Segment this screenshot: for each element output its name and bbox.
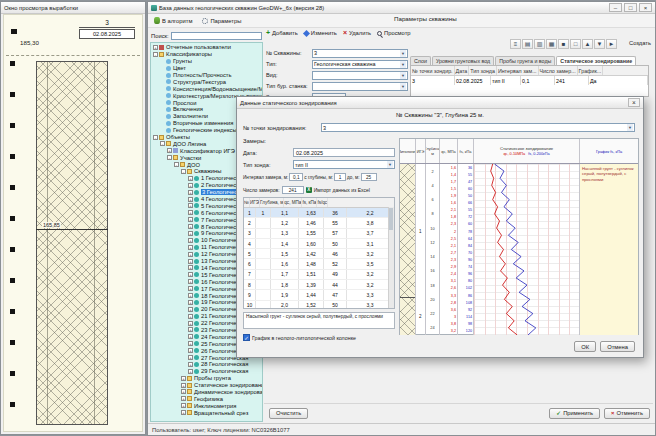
clear-button[interactable]: Очистить	[269, 408, 308, 419]
close-button[interactable]: ×	[639, 3, 652, 12]
well-type-combo[interactable]: Геологическая скважина ▼	[312, 60, 408, 69]
tree-expander[interactable]: +	[181, 389, 186, 394]
tree-expander[interactable]: +	[188, 327, 193, 332]
tree-expander[interactable]: -	[160, 141, 165, 146]
tree-item[interactable]: Консистенция/Водонасыщение/Мерзлотные	[151, 85, 262, 92]
tree-item[interactable]: Грунты	[151, 58, 262, 65]
view-button[interactable]: Просмотр	[377, 30, 410, 36]
well-data-tab[interactable]: Пробы грунта и воды	[495, 56, 555, 65]
tree-expander[interactable]: +	[188, 355, 193, 360]
well-data-tab[interactable]: Статическое зондирование	[556, 56, 636, 65]
tree-expander[interactable]: +	[188, 314, 193, 319]
measurement-row[interactable]: 1 1 1,1 1,63 36 2,2	[244, 208, 394, 218]
tree-expander[interactable]: +	[188, 203, 193, 208]
delete-button[interactable]: × Удалить	[343, 30, 371, 36]
measurement-row[interactable]: 10 2,0 1,52 50 3,3	[244, 301, 394, 309]
panel-toolbar-icon[interactable]: ■	[558, 39, 569, 49]
well-data-tab[interactable]: Уровни грунтовых вод	[432, 56, 494, 65]
tree-expander[interactable]: +	[188, 369, 193, 374]
tree-expander[interactable]: +	[181, 403, 186, 408]
tree-item[interactable]: - Классификаторы	[151, 51, 262, 58]
cancel-button[interactable]: × Отменить	[604, 408, 650, 419]
panel-toolbar-icon[interactable]: ▦	[546, 39, 557, 49]
tree-item[interactable]: + 29 Геологическая	[151, 368, 262, 375]
tree-item[interactable]: + Динамическое зондирование	[151, 389, 262, 396]
borehole-window-titlebar[interactable]: Окно просмотра выработки	[1, 2, 145, 14]
dialog-close-button[interactable]: ×	[628, 98, 640, 107]
tree-item[interactable]: + 28 Геологическая	[151, 361, 262, 368]
tree-item[interactable]: + Пробы грунта	[151, 375, 262, 382]
ok-button[interactable]: ОК	[574, 341, 596, 352]
measurement-row[interactable]: 3 1,3 1,55 57 3,7	[244, 229, 394, 239]
tree-expander[interactable]: +	[188, 245, 193, 250]
tree-item[interactable]: Структура/Текстура	[151, 78, 262, 85]
tree-expander[interactable]: +	[181, 410, 186, 415]
tree-item[interactable]: Цвет	[151, 65, 262, 72]
tree-expander[interactable]: +	[167, 148, 172, 153]
minimize-button[interactable]: –	[609, 3, 622, 12]
tree-expander[interactable]: +	[188, 321, 193, 326]
tree-expander[interactable]: +	[188, 238, 193, 243]
maximize-button[interactable]: □	[624, 3, 637, 12]
tree-item[interactable]: + Геофизика	[151, 395, 262, 402]
measurement-row[interactable]: 8 1,8 1,39 44 3,2	[244, 280, 394, 290]
tree-expander[interactable]: -	[181, 169, 186, 174]
tree-expander[interactable]: +	[188, 293, 193, 298]
scrollbar-thumb[interactable]	[389, 208, 393, 230]
dialog-titlebar[interactable]: Данные статического зондирования ×	[237, 97, 643, 109]
create-link[interactable]: Создать	[629, 40, 651, 46]
tree-expander[interactable]: +	[188, 279, 193, 284]
add-button[interactable]: + Добавить	[266, 30, 298, 36]
tree-item[interactable]: + Статическое зондирование	[151, 382, 262, 389]
edit-button[interactable]: Изменить	[304, 30, 337, 36]
tree-expander[interactable]: +	[188, 224, 193, 229]
import-excel-button[interactable]: Импорт данных из Excel	[314, 187, 370, 193]
tree-expander[interactable]: +	[188, 210, 193, 215]
tree-expander[interactable]: +	[188, 259, 193, 264]
measurement-row[interactable]: 6 1,6 1,48 52 3,5	[244, 259, 394, 269]
tree-expander[interactable]: +	[181, 376, 186, 381]
interval-input[interactable]: 0,1	[289, 173, 303, 181]
measurement-row[interactable]: 4 1,4 1,60 50 3,1	[244, 239, 394, 249]
tree-item[interactable]: + Вращательный срез	[151, 409, 262, 416]
sounding-table-row[interactable]: 3 02.08.2025 тип II 0,1 241 Да	[411, 76, 648, 85]
well-kind-combo[interactable]: ▼	[312, 71, 408, 80]
measurement-row[interactable]: 7 1,7 1,51 49 3,2	[244, 270, 394, 280]
apply-button[interactable]: ✓ Применить	[549, 408, 600, 419]
panel-toolbar-icon[interactable]: ▼	[594, 39, 605, 49]
tree-item[interactable]: Плотность/Прочность	[151, 72, 262, 79]
tree-expander[interactable]: -	[167, 155, 172, 160]
panel-toolbar-icon[interactable]: ▲	[582, 39, 593, 49]
panel-toolbar-icon[interactable]: □	[570, 39, 581, 49]
from-depth-input[interactable]: 1	[334, 173, 346, 181]
measurement-row[interactable]: 9 1,9 1,44 47 3,3	[244, 290, 394, 300]
well-number-combo[interactable]: 3 ▼	[312, 49, 408, 58]
tree-expander[interactable]: -	[153, 52, 158, 57]
tree-expander[interactable]: +	[188, 300, 193, 305]
tree-expander[interactable]: +	[188, 341, 193, 346]
measurement-row[interactable]: 2 1,2 1,46 55 3,8	[244, 218, 394, 228]
panel-toolbar-icon[interactable]: ►	[606, 39, 617, 49]
tree-expander[interactable]: +	[188, 197, 193, 202]
probe-type-combo[interactable]: тип II ▼	[293, 160, 395, 169]
tree-expander[interactable]: -	[153, 135, 158, 140]
date-input[interactable]: 02.08.2025	[293, 148, 395, 157]
tree-expander[interactable]: +	[188, 362, 193, 367]
tree-expander[interactable]: +	[188, 334, 193, 339]
tree-item[interactable]: + Отчетные пользователи	[151, 44, 262, 51]
tree-expander[interactable]: +	[181, 383, 186, 388]
tree-expander[interactable]: +	[188, 307, 193, 312]
panel-toolbar-icon[interactable]: ≡	[510, 39, 521, 49]
tree-expander[interactable]: +	[188, 217, 193, 222]
panel-toolbar-icon[interactable]: ▤	[522, 39, 533, 49]
count-input[interactable]: 241	[282, 186, 304, 194]
rig-type-combo[interactable]: ▼	[312, 82, 408, 91]
algorithm-button[interactable]: В алгоритм	[151, 16, 195, 25]
parameters-button[interactable]: Параметры	[199, 17, 244, 25]
search-input[interactable]	[171, 32, 262, 40]
tree-expander[interactable]: +	[188, 190, 193, 195]
tree-expander[interactable]: +	[188, 176, 193, 181]
tree-item[interactable]: + Инклинометрия	[151, 402, 262, 409]
tree-expander[interactable]: +	[188, 348, 193, 353]
tree-expander[interactable]: +	[153, 45, 158, 50]
